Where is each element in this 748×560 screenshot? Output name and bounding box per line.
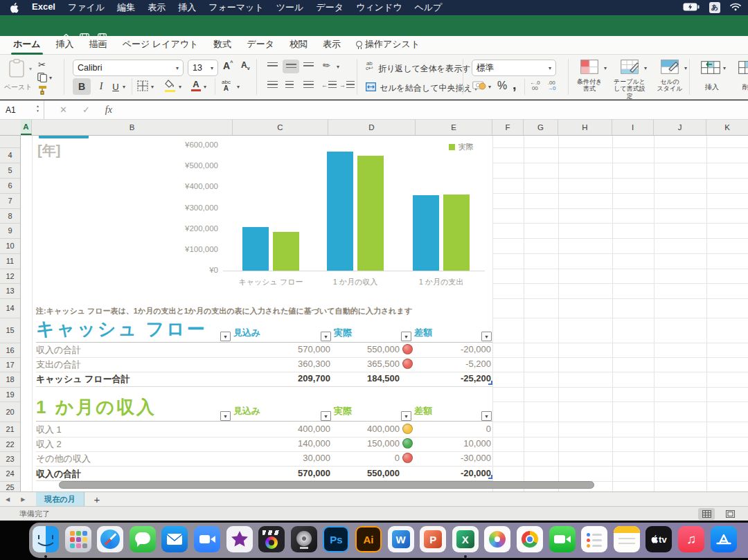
column-header-B[interactable]: B [32,120,233,135]
dock-icon-launchpad[interactable] [65,526,91,552]
row-header-16[interactable]: 16 [0,346,20,354]
font-name-select[interactable]: Calibri▾ [73,60,184,76]
row-header-8[interactable]: 8 [0,212,20,220]
dock-icon-excel[interactable]: X [452,526,479,552]
orientation-button[interactable]: ✎ [320,59,332,72]
dock-icon-reminders[interactable] [581,526,607,552]
column-header-J[interactable]: J [654,120,706,135]
name-box-stepper[interactable]: ▲▼ [36,104,39,114]
menu-item-挿入[interactable]: 挿入 [172,1,202,14]
dock-icon-safari[interactable] [97,526,123,552]
align-right-button[interactable] [303,81,314,89]
difference-value[interactable]: -20,000 [394,344,491,354]
filter-button[interactable]: ▼ [220,332,231,341]
dock-icon-photoshop[interactable]: Ps [323,526,349,552]
actual-value[interactable]: 550,000 [303,468,400,478]
column-header-実際[interactable]: 実際 [334,405,352,417]
menu-item-編集[interactable]: 編集 [111,1,141,14]
row-label[interactable]: 収入 1 [36,424,62,436]
row-header-21[interactable]: 21 [0,425,20,433]
year-placeholder[interactable]: [年] [37,141,60,160]
filter-button[interactable]: ▼ [401,411,411,421]
cashflow-chart[interactable]: ¥600,000¥500,000¥400,000¥300,000¥200,000… [173,136,489,296]
column-header-I[interactable]: I [612,120,654,135]
dock-icon-music[interactable]: ♫ [678,526,704,552]
name-box[interactable]: A1 ▲▼ [0,100,44,119]
dock-icon-messages[interactable] [130,526,156,552]
borders-button[interactable] [137,80,148,91]
row-header-19[interactable]: 19 [0,390,20,399]
row-header-6[interactable]: 6 [0,181,20,190]
cancel-icon[interactable]: ✕ [60,105,67,115]
actual-value[interactable]: 150,000 [303,438,400,449]
tab-ページ レイアウト[interactable]: ページ レイアウト [115,35,206,55]
paste-icon[interactable] [8,59,26,78]
align-top-button[interactable] [267,62,278,68]
dock-icon-imovie[interactable] [226,526,253,552]
column-header-見込み[interactable]: 見込み [233,327,260,339]
column-header-D[interactable]: D [328,120,416,135]
format-painter-button[interactable] [38,85,47,95]
page-layout-view-button[interactable] [722,508,738,520]
copy-dropdown[interactable]: ▾ [49,75,52,81]
underline-dropdown[interactable]: ▾ [123,84,125,90]
merge-center-icon[interactable] [366,82,376,91]
menu-item-ヘルプ[interactable]: ヘルプ [408,1,448,14]
row-header-7[interactable]: 7 [0,197,20,205]
menu-item-ウィンドウ[interactable]: ウィンドウ [350,1,409,14]
difference-value[interactable]: 10,000 [394,438,491,449]
column-header-E[interactable]: E [416,120,492,135]
paste-label[interactable]: ペースト [1,82,35,92]
dock-icon-notes[interactable] [614,526,640,552]
filter-button[interactable]: ▼ [481,332,492,341]
delete-cells-icon[interactable] [738,61,748,74]
font-color-button[interactable]: A [191,79,201,91]
difference-value[interactable]: -5,200 [394,359,491,369]
wrap-text-label[interactable]: 折り返して全体を表示する ▾ [378,63,484,75]
actual-value[interactable]: 184,500 [303,373,400,383]
dock-icon-chrome[interactable] [517,526,543,552]
row-header-24[interactable]: 24 [0,469,20,478]
row-header-23[interactable]: 23 [0,455,20,463]
row-label[interactable]: その他の収入 [36,453,91,465]
actual-value[interactable]: 550,000 [303,344,400,354]
menu-item-データ[interactable]: データ [310,1,350,14]
dock-icon-photos[interactable] [484,526,510,552]
filter-button[interactable]: ▼ [220,411,231,421]
sheet-tab-active[interactable]: 現在の月 [36,492,84,506]
row-label[interactable]: 支出の合計 [36,359,81,371]
filter-button[interactable]: ▼ [321,332,331,341]
normal-view-button[interactable] [698,508,715,520]
battery-icon[interactable] [683,3,700,13]
filter-button[interactable]: ▼ [321,411,331,421]
align-center-button[interactable] [285,81,294,89]
tab-操作アシスト[interactable]: 操作アシスト [348,35,427,55]
column-header-A[interactable]: A [21,120,32,135]
conditional-formatting-button[interactable]: ▾条件付き書式 [573,60,605,93]
row-label[interactable]: キャッシュ フロー合計 [36,373,130,386]
orientation-dropdown[interactable]: ▾ [337,64,339,70]
cell-styles-button[interactable]: ▾セルのスタイル [654,60,686,93]
delete-cells-label[interactable]: 削除 [736,82,748,92]
sheet-next-icon[interactable]: ▶ [15,496,30,503]
currency-format-button[interactable] [472,80,486,90]
insert-cells-icon[interactable] [701,61,720,74]
actual-value[interactable]: 400,000 [303,424,400,434]
align-middle-button[interactable] [283,60,299,73]
menu-item-ファイル[interactable]: ファイル [62,1,111,14]
table-title[interactable]: 1 か月の収入 [36,395,157,419]
row-header-10[interactable]: 10 [0,242,20,250]
insert-function-icon[interactable]: fx [105,105,112,116]
row-header-20[interactable]: 20 [0,408,20,416]
column-header-K[interactable]: K [706,120,748,135]
copy-button[interactable] [37,73,47,82]
filter-button[interactable]: ▼ [481,411,492,421]
phonetic-dropdown[interactable]: ▾ [237,84,240,90]
row-header-5[interactable]: 5 [0,166,20,174]
row-header-17[interactable]: 17 [0,361,20,369]
insert-cells-dropdown[interactable]: ▾ [723,65,726,71]
difference-value[interactable]: 0 [394,424,491,434]
menu-item-表示[interactable]: 表示 [141,1,172,14]
row-header-12[interactable]: 12 [0,272,20,280]
tab-ホーム[interactable]: ホーム [6,35,48,55]
